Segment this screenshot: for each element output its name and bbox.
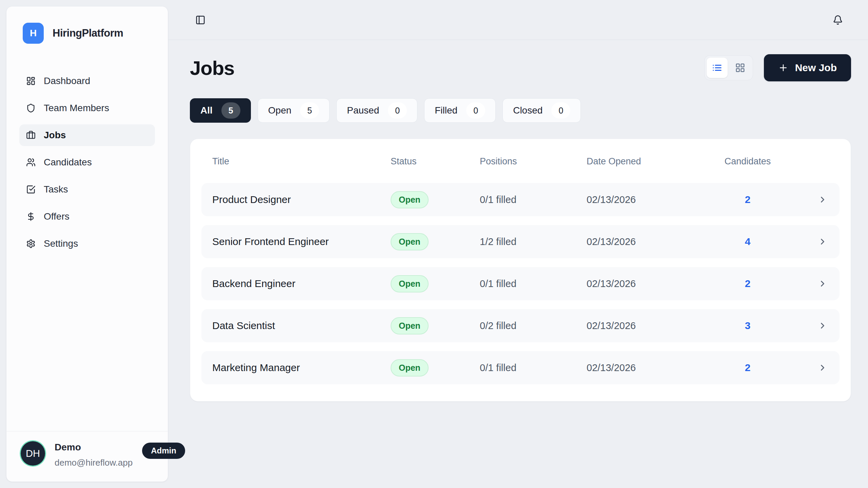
candidates-count-link[interactable]: 2 (714, 362, 782, 373)
user-meta: Demo demo@hireflow.app (55, 440, 133, 468)
brand-initial: H (30, 28, 37, 39)
filter-label: All (200, 105, 213, 116)
filter-tab-filled[interactable]: Filled 0 (424, 98, 496, 123)
grid-view-button[interactable] (730, 58, 751, 78)
filter-count: 0 (551, 102, 570, 119)
dashboard-icon (26, 76, 36, 86)
avatar: DH (21, 441, 45, 466)
status-badge: Open (391, 359, 429, 377)
chevron-right-icon (782, 237, 827, 246)
sidebar-item-offers[interactable]: Offers (19, 206, 155, 227)
status-badge: Open (391, 233, 429, 250)
sidebar-item-label: Dashboard (44, 76, 90, 86)
sidebar-item-label: Jobs (44, 130, 66, 141)
positions-cell: 0/1 filled (480, 194, 587, 205)
sidebar-item-label: Tasks (44, 184, 68, 195)
column-header-title: Title (212, 156, 391, 167)
notifications-button[interactable] (830, 12, 846, 28)
chevron-right-icon (782, 279, 827, 288)
filter-tabs: All 5 Open 5 Paused 0 Filled 0 Closed 0 (190, 98, 851, 123)
date-opened-cell: 02/13/2026 (587, 194, 714, 205)
filter-tab-open[interactable]: Open 5 (258, 98, 330, 123)
candidates-count-link[interactable]: 2 (714, 194, 782, 205)
chevron-right-icon (782, 195, 827, 204)
filter-count: 0 (466, 102, 485, 119)
job-title: Backend Engineer (212, 278, 391, 289)
gear-icon (26, 239, 36, 248)
topbar (168, 0, 868, 40)
job-title: Product Designer (212, 194, 391, 205)
filter-count: 0 (388, 102, 407, 119)
page-head: Jobs (190, 54, 851, 81)
positions-cell: 0/2 filled (480, 320, 587, 331)
panel-left-icon (195, 15, 205, 25)
filter-tab-all[interactable]: All 5 (190, 98, 251, 123)
user-profile[interactable]: DH Demo demo@hireflow.app Admin (6, 431, 168, 482)
table-row[interactable]: Data Scientist Open 0/2 filled 02/13/202… (201, 309, 840, 342)
users-icon (26, 158, 36, 167)
list-view-button[interactable] (707, 58, 728, 78)
filter-count: 5 (300, 102, 319, 119)
sidebar-item-label: Settings (44, 238, 78, 249)
job-title: Senior Frontend Engineer (212, 236, 391, 247)
candidates-count-link[interactable]: 4 (714, 236, 782, 247)
status-badge: Open (391, 191, 429, 208)
user-name: Demo (55, 442, 133, 453)
filter-label: Closed (513, 105, 542, 116)
table-row[interactable]: Backend Engineer Open 0/1 filled 02/13/2… (201, 267, 840, 300)
head-actions: New Job (704, 54, 851, 81)
filter-tab-closed[interactable]: Closed 0 (502, 98, 581, 123)
content: Jobs (168, 54, 868, 402)
sidebar: H HiringPlatform Dashboard Team Members … (6, 6, 168, 482)
shield-icon (26, 103, 36, 113)
job-title: Data Scientist (212, 320, 391, 331)
table-row[interactable]: Senior Frontend Engineer Open 1/2 filled… (201, 225, 840, 258)
dollar-icon (26, 212, 36, 221)
filter-count: 5 (221, 102, 240, 119)
filter-label: Open (268, 105, 292, 116)
sidebar-item-tasks[interactable]: Tasks (19, 179, 155, 200)
positions-cell: 0/1 filled (480, 362, 587, 373)
new-job-label: New Job (795, 62, 837, 74)
sidebar-item-label: Team Members (44, 103, 109, 114)
candidates-count-link[interactable]: 3 (714, 320, 782, 331)
sidebar-item-team-members[interactable]: Team Members (19, 97, 155, 119)
table-row[interactable]: Product Designer Open 0/1 filled 02/13/2… (201, 183, 840, 216)
briefcase-icon (26, 130, 36, 140)
sidebar-item-jobs[interactable]: Jobs (19, 124, 155, 146)
sidebar-item-dashboard[interactable]: Dashboard (19, 70, 155, 92)
filter-label: Filled (435, 105, 457, 116)
bell-icon (833, 15, 843, 25)
sidebar-item-label: Candidates (44, 157, 92, 168)
filter-tab-paused[interactable]: Paused 0 (336, 98, 417, 123)
date-opened-cell: 02/13/2026 (587, 362, 714, 373)
brand: H HiringPlatform (6, 6, 168, 44)
sidebar-nav: Dashboard Team Members Jobs Candidates T… (6, 70, 168, 260)
sidebar-toggle-button[interactable] (193, 12, 208, 28)
main-area: Jobs (168, 0, 868, 488)
date-opened-cell: 02/13/2026 (587, 278, 714, 289)
job-title: Marketing Manager (212, 362, 391, 373)
avatar-initials: DH (26, 448, 40, 459)
candidates-count-link[interactable]: 2 (714, 278, 782, 289)
table-row[interactable]: Marketing Manager Open 0/1 filled 02/13/… (201, 351, 840, 384)
new-job-button[interactable]: New Job (764, 54, 851, 81)
sidebar-item-candidates[interactable]: Candidates (19, 151, 155, 173)
jobs-table-card: Title Status Positions Date Opened Candi… (190, 139, 851, 402)
status-badge: Open (391, 317, 429, 334)
table-header: Title Status Positions Date Opened Candi… (201, 148, 840, 174)
view-toggle (704, 55, 753, 80)
plus-icon (778, 63, 788, 73)
status-badge: Open (391, 275, 429, 292)
positions-cell: 0/1 filled (480, 278, 587, 289)
date-opened-cell: 02/13/2026 (587, 236, 714, 247)
chevron-right-icon (782, 363, 827, 372)
sidebar-item-settings[interactable]: Settings (19, 233, 155, 255)
chevron-right-icon (782, 321, 827, 330)
filter-label: Paused (347, 105, 379, 116)
brand-logo: H (23, 23, 44, 44)
column-header-positions: Positions (480, 156, 587, 167)
date-opened-cell: 02/13/2026 (587, 320, 714, 331)
grid-icon (735, 63, 745, 73)
user-email: demo@hireflow.app (55, 458, 133, 468)
